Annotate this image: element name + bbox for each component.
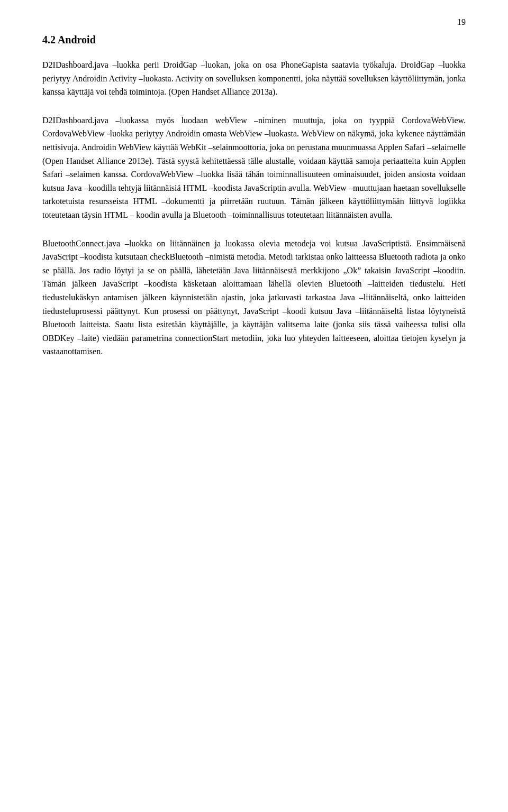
- paragraph-1: D2IDashboard.java –luokka perii DroidGap…: [42, 58, 466, 99]
- page: 19 4.2 Android D2IDashboard.java –luokka…: [0, 0, 508, 812]
- paragraph-2: D2IDashboard.java –luokassa myös luodaan…: [42, 114, 466, 222]
- page-number: 19: [457, 16, 466, 29]
- section-heading: 4.2 Android: [42, 32, 466, 48]
- paragraph-3: BluetoothConnect.java –luokka on liitänn…: [42, 237, 466, 358]
